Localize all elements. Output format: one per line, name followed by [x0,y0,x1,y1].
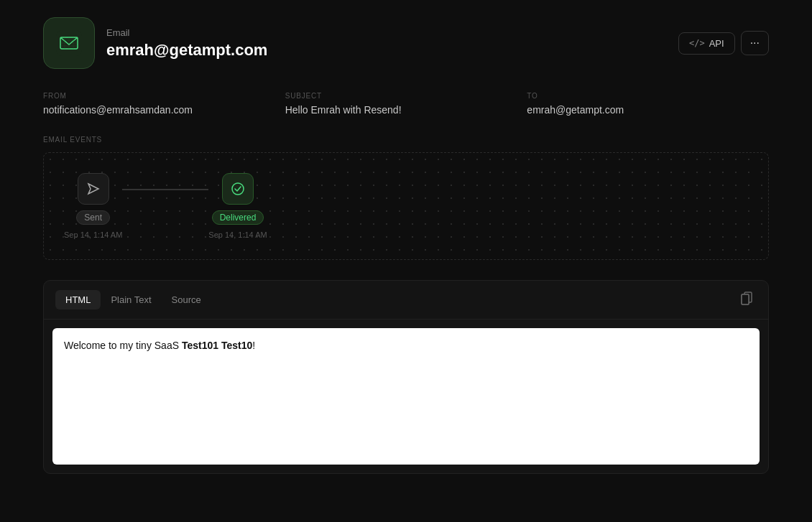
subject-field: SUBJECT Hello Emrah with Resend! [285,92,527,116]
from-field: FROM notifications@emrahsamdan.com [43,92,285,116]
email-address: emrah@getampt.com [106,41,267,60]
api-button-label: API [709,38,724,49]
events-section-label: EMAIL EVENTS [43,136,769,144]
from-value: notifications@emrahsamdan.com [43,104,285,116]
delivered-badge: Delivered [212,210,264,225]
app-icon [43,17,95,69]
header-left: Email emrah@getampt.com [43,17,267,69]
email-type-label: Email [106,27,267,38]
clipboard-icon [739,291,754,309]
events-container: Sent Sep 14, 1:14 AM Delivered Sep 14, 1… [43,152,769,260]
meta-row: FROM notifications@emrahsamdan.com SUBJE… [43,92,769,116]
header-actions: </> API ··· [678,31,769,55]
ellipsis-icon: ··· [750,37,760,50]
copy-button[interactable] [737,288,757,312]
html-preview: Welcome to my tiny SaaS Test101 Test10! [52,328,760,465]
to-value: emrah@getampt.com [527,104,769,116]
tabs-left: HTML Plain Text Source [55,290,211,309]
tab-plaintext[interactable]: Plain Text [101,290,161,309]
tab-html[interactable]: HTML [55,290,101,309]
event-item-delivered: Delivered Sep 14, 1:14 AM [208,173,267,239]
svg-rect-12 [742,294,749,304]
sent-badge: Sent [76,210,110,225]
from-label: FROM [43,92,285,100]
content-suffix: ! [252,340,255,351]
delivered-icon [222,173,254,205]
content-bold: Test101 Test10 [182,340,252,351]
header: Email emrah@getampt.com </> API ··· [43,17,769,69]
svg-marker-8 [88,184,98,194]
delivered-time: Sep 14, 1:14 AM [208,230,267,239]
tab-source[interactable]: Source [162,290,211,309]
more-button[interactable]: ··· [741,31,769,55]
content-prefix: Welcome to my tiny SaaS [64,340,182,351]
subject-label: SUBJECT [285,92,527,100]
header-text: Email emrah@getampt.com [106,27,267,60]
events-timeline: Sent Sep 14, 1:14 AM Delivered Sep 14, 1… [64,173,748,239]
event-item-sent: Sent Sep 14, 1:14 AM [64,173,122,239]
sent-time: Sep 14, 1:14 AM [64,230,122,239]
event-connector [122,189,208,190]
tabs-bar: HTML Plain Text Source [44,281,768,320]
code-icon: </> [689,38,705,48]
sent-icon [78,173,109,205]
to-field: TO emrah@getampt.com [527,92,769,116]
content-card: HTML Plain Text Source Welcome to my tin… [43,280,769,474]
api-button[interactable]: </> API [678,32,735,55]
subject-value: Hello Emrah with Resend! [285,104,527,116]
svg-point-9 [232,183,244,195]
events-section: EMAIL EVENTS Sent Sep 14, 1:14 AM [43,136,769,260]
to-label: TO [527,92,769,100]
